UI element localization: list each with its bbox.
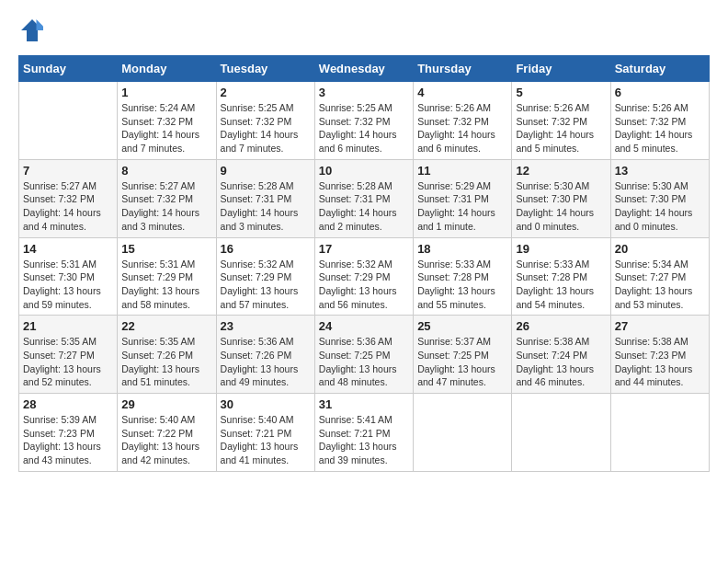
page-header — [18, 18, 710, 46]
day-cell: 1Sunrise: 5:24 AM Sunset: 7:32 PM Daylig… — [118, 82, 216, 160]
day-number: 13 — [615, 164, 705, 178]
day-cell: 26Sunrise: 5:38 AM Sunset: 7:24 PM Dayli… — [512, 316, 610, 394]
header-cell-saturday: Saturday — [610, 56, 709, 82]
day-cell: 19Sunrise: 5:33 AM Sunset: 7:28 PM Dayli… — [512, 237, 610, 316]
day-cell: 17Sunrise: 5:32 AM Sunset: 7:29 PM Dayli… — [314, 237, 413, 316]
day-number: 15 — [121, 242, 211, 256]
day-cell — [610, 394, 709, 472]
day-cell: 22Sunrise: 5:35 AM Sunset: 7:26 PM Dayli… — [118, 316, 216, 394]
day-info: Sunrise: 5:31 AM Sunset: 7:29 PM Dayligh… — [121, 258, 211, 312]
day-info: Sunrise: 5:25 AM Sunset: 7:32 PM Dayligh… — [221, 101, 311, 155]
day-info: Sunrise: 5:32 AM Sunset: 7:29 PM Dayligh… — [221, 258, 311, 312]
day-info: Sunrise: 5:36 AM Sunset: 7:26 PM Dayligh… — [221, 335, 311, 389]
day-number: 31 — [319, 397, 409, 411]
day-info: Sunrise: 5:33 AM Sunset: 7:28 PM Dayligh… — [516, 258, 606, 312]
day-number: 24 — [319, 319, 409, 333]
day-info: Sunrise: 5:26 AM Sunset: 7:32 PM Dayligh… — [516, 101, 606, 155]
day-cell: 14Sunrise: 5:31 AM Sunset: 7:30 PM Dayli… — [19, 237, 118, 316]
day-number: 7 — [23, 164, 113, 178]
day-info: Sunrise: 5:25 AM Sunset: 7:32 PM Dayligh… — [319, 101, 409, 155]
header-cell-monday: Monday — [118, 56, 216, 82]
week-row-2: 14Sunrise: 5:31 AM Sunset: 7:30 PM Dayli… — [19, 237, 710, 316]
day-cell: 18Sunrise: 5:33 AM Sunset: 7:28 PM Dayli… — [414, 237, 512, 316]
day-number: 19 — [516, 242, 606, 256]
calendar-header: SundayMondayTuesdayWednesdayThursdayFrid… — [19, 56, 710, 82]
day-cell: 27Sunrise: 5:38 AM Sunset: 7:23 PM Dayli… — [610, 316, 709, 394]
day-cell: 4Sunrise: 5:26 AM Sunset: 7:32 PM Daylig… — [414, 82, 512, 160]
logo-icon — [18, 17, 46, 44]
day-info: Sunrise: 5:34 AM Sunset: 7:27 PM Dayligh… — [615, 258, 705, 312]
day-info: Sunrise: 5:33 AM Sunset: 7:28 PM Dayligh… — [417, 258, 507, 312]
day-cell: 24Sunrise: 5:36 AM Sunset: 7:25 PM Dayli… — [314, 316, 413, 394]
day-number: 17 — [319, 242, 409, 256]
week-row-1: 7Sunrise: 5:27 AM Sunset: 7:32 PM Daylig… — [19, 159, 710, 237]
day-info: Sunrise: 5:24 AM Sunset: 7:32 PM Dayligh… — [121, 101, 211, 155]
day-number: 4 — [417, 86, 507, 99]
day-number: 29 — [121, 397, 211, 411]
header-row: SundayMondayTuesdayWednesdayThursdayFrid… — [19, 56, 710, 82]
day-cell: 12Sunrise: 5:30 AM Sunset: 7:30 PM Dayli… — [512, 159, 610, 237]
header-cell-sunday: Sunday — [19, 56, 118, 82]
day-info: Sunrise: 5:27 AM Sunset: 7:32 PM Dayligh… — [23, 179, 113, 234]
day-info: Sunrise: 5:28 AM Sunset: 7:31 PM Dayligh… — [221, 179, 311, 234]
day-cell: 10Sunrise: 5:28 AM Sunset: 7:31 PM Dayli… — [314, 159, 413, 237]
day-number: 21 — [23, 319, 113, 333]
header-cell-wednesday: Wednesday — [314, 56, 413, 82]
day-cell: 8Sunrise: 5:27 AM Sunset: 7:32 PM Daylig… — [118, 159, 216, 237]
day-info: Sunrise: 5:27 AM Sunset: 7:32 PM Dayligh… — [121, 179, 211, 234]
day-info: Sunrise: 5:35 AM Sunset: 7:27 PM Dayligh… — [23, 335, 113, 389]
day-cell: 20Sunrise: 5:34 AM Sunset: 7:27 PM Dayli… — [610, 237, 709, 316]
day-cell — [19, 82, 118, 160]
day-number: 20 — [615, 242, 705, 256]
day-cell: 5Sunrise: 5:26 AM Sunset: 7:32 PM Daylig… — [512, 82, 610, 160]
day-cell: 2Sunrise: 5:25 AM Sunset: 7:32 PM Daylig… — [216, 82, 314, 160]
day-info: Sunrise: 5:40 AM Sunset: 7:22 PM Dayligh… — [121, 413, 211, 467]
day-info: Sunrise: 5:29 AM Sunset: 7:31 PM Dayligh… — [417, 179, 507, 234]
day-cell: 15Sunrise: 5:31 AM Sunset: 7:29 PM Dayli… — [118, 237, 216, 316]
day-info: Sunrise: 5:38 AM Sunset: 7:23 PM Dayligh… — [615, 335, 705, 389]
day-cell: 9Sunrise: 5:28 AM Sunset: 7:31 PM Daylig… — [216, 159, 314, 237]
day-number: 22 — [121, 319, 211, 333]
header-cell-friday: Friday — [512, 56, 610, 82]
week-row-3: 21Sunrise: 5:35 AM Sunset: 7:27 PM Dayli… — [19, 316, 710, 394]
day-cell: 13Sunrise: 5:30 AM Sunset: 7:30 PM Dayli… — [610, 159, 709, 237]
day-number: 27 — [615, 319, 705, 333]
day-cell: 29Sunrise: 5:40 AM Sunset: 7:22 PM Dayli… — [118, 394, 216, 472]
day-cell: 6Sunrise: 5:26 AM Sunset: 7:32 PM Daylig… — [610, 82, 709, 160]
day-cell: 7Sunrise: 5:27 AM Sunset: 7:32 PM Daylig… — [19, 159, 118, 237]
day-info: Sunrise: 5:36 AM Sunset: 7:25 PM Dayligh… — [319, 335, 409, 389]
day-cell: 16Sunrise: 5:32 AM Sunset: 7:29 PM Dayli… — [216, 237, 314, 316]
day-cell: 3Sunrise: 5:25 AM Sunset: 7:32 PM Daylig… — [314, 82, 413, 160]
calendar-body: 1Sunrise: 5:24 AM Sunset: 7:32 PM Daylig… — [19, 82, 710, 472]
day-number: 3 — [319, 86, 409, 99]
day-number: 26 — [516, 319, 606, 333]
week-row-4: 28Sunrise: 5:39 AM Sunset: 7:23 PM Dayli… — [19, 394, 710, 472]
day-number: 1 — [121, 86, 211, 99]
day-info: Sunrise: 5:28 AM Sunset: 7:31 PM Dayligh… — [319, 179, 409, 234]
day-cell — [414, 394, 512, 472]
day-number: 12 — [516, 164, 606, 178]
day-info: Sunrise: 5:41 AM Sunset: 7:21 PM Dayligh… — [319, 413, 409, 467]
day-info: Sunrise: 5:26 AM Sunset: 7:32 PM Dayligh… — [417, 101, 507, 155]
day-cell — [512, 394, 610, 472]
day-cell: 25Sunrise: 5:37 AM Sunset: 7:25 PM Dayli… — [414, 316, 512, 394]
day-number: 9 — [221, 164, 311, 178]
day-number: 10 — [319, 164, 409, 178]
day-number: 28 — [23, 397, 113, 411]
day-info: Sunrise: 5:32 AM Sunset: 7:29 PM Dayligh… — [319, 258, 409, 312]
day-info: Sunrise: 5:31 AM Sunset: 7:30 PM Dayligh… — [23, 258, 113, 312]
day-info: Sunrise: 5:26 AM Sunset: 7:32 PM Dayligh… — [615, 101, 705, 155]
day-cell: 30Sunrise: 5:40 AM Sunset: 7:21 PM Dayli… — [216, 394, 314, 472]
day-cell: 31Sunrise: 5:41 AM Sunset: 7:21 PM Dayli… — [314, 394, 413, 472]
header-cell-thursday: Thursday — [414, 56, 512, 82]
day-number: 8 — [121, 164, 211, 178]
day-cell: 21Sunrise: 5:35 AM Sunset: 7:27 PM Dayli… — [19, 316, 118, 394]
logo — [18, 18, 48, 46]
svg-marker-1 — [37, 19, 44, 30]
day-number: 11 — [417, 164, 507, 178]
day-info: Sunrise: 5:30 AM Sunset: 7:30 PM Dayligh… — [516, 179, 606, 234]
day-info: Sunrise: 5:39 AM Sunset: 7:23 PM Dayligh… — [23, 413, 113, 467]
day-number: 2 — [221, 86, 311, 99]
calendar-table: SundayMondayTuesdayWednesdayThursdayFrid… — [18, 55, 710, 472]
day-info: Sunrise: 5:37 AM Sunset: 7:25 PM Dayligh… — [417, 335, 507, 389]
